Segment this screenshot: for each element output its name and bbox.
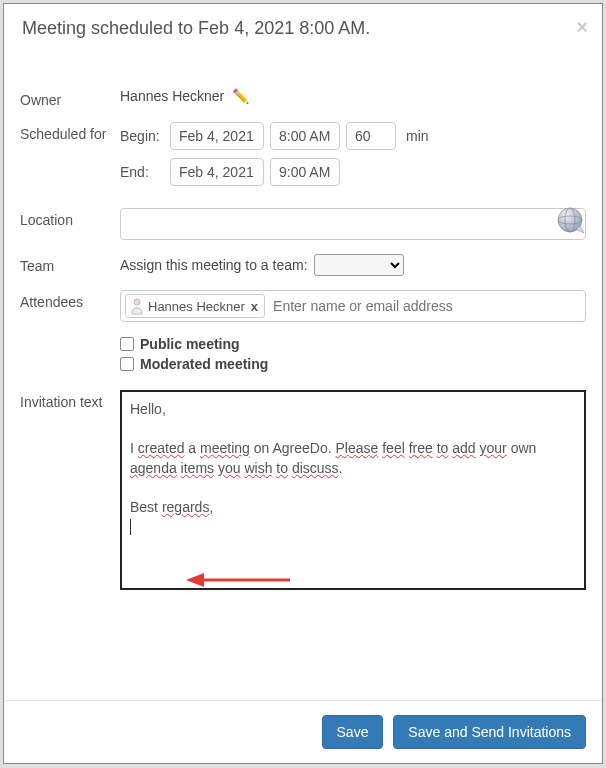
person-icon [130,297,144,315]
public-meeting-label: Public meeting [140,336,240,352]
meeting-modal: Meeting scheduled to Feb 4, 2021 8:00 AM… [3,3,603,764]
modal-header: Meeting scheduled to Feb 4, 2021 8:00 AM… [4,4,602,54]
edit-owner-icon[interactable]: ✏️ [232,88,249,104]
begin-label: Begin: [120,128,164,144]
attendees-box[interactable]: Hannes Heckner x [120,290,586,322]
end-time-input[interactable] [270,158,340,186]
checkbox-icon [120,357,134,371]
modal-title: Meeting scheduled to Feb 4, 2021 8:00 AM… [22,18,370,38]
svg-point-3 [134,299,140,305]
attendee-name: Hannes Heckner [148,299,245,314]
location-input[interactable] [120,208,586,240]
attendees-label: Attendees [20,290,120,310]
end-label: End: [120,164,164,180]
begin-date-input[interactable] [170,122,264,150]
globe-icon[interactable] [556,206,586,236]
begin-time-input[interactable] [270,122,340,150]
modal-footer: Save Save and Send Invitations [4,700,602,763]
owner-label: Owner [20,88,120,108]
location-label: Location [20,208,120,228]
end-date-input[interactable] [170,158,264,186]
team-label: Team [20,254,120,274]
team-assign-label: Assign this meeting to a team: [120,257,308,273]
remove-attendee-icon[interactable]: x [249,299,260,314]
owner-value: Hannes Heckner ✏️ [120,88,586,104]
text-cursor [130,519,131,535]
min-label: min [406,128,429,144]
invitation-textarea[interactable]: Hello, I created a meeting on AgreeDo. P… [120,390,586,590]
public-meeting-checkbox[interactable]: Public meeting [120,336,586,352]
save-send-button[interactable]: Save and Send Invitations [393,715,586,749]
scheduled-for-label: Scheduled for [20,122,120,142]
checkbox-icon [120,337,134,351]
attendee-input[interactable] [269,294,581,318]
duration-input[interactable] [346,122,396,150]
modal-body: Owner Hannes Heckner ✏️ Scheduled for Be… [4,54,602,700]
close-icon[interactable]: × [576,16,588,39]
attendee-chip: Hannes Heckner x [125,294,265,318]
moderated-meeting-checkbox[interactable]: Moderated meeting [120,356,586,372]
owner-name: Hannes Heckner [120,88,224,104]
invitation-text-label: Invitation text [20,390,120,410]
save-button[interactable]: Save [322,715,384,749]
team-select[interactable] [314,254,404,276]
moderated-meeting-label: Moderated meeting [140,356,268,372]
